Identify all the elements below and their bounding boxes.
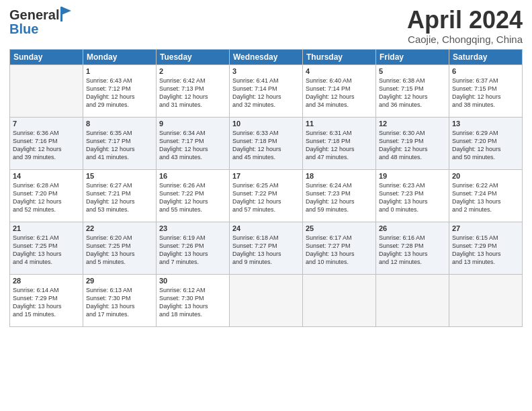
day-number: 17	[232, 172, 300, 180]
day-info: Sunrise: 6:25 AM Sunset: 7:22 PM Dayligh…	[232, 181, 300, 214]
day-info: Sunrise: 6:36 AM Sunset: 7:16 PM Dayligh…	[13, 129, 80, 162]
day-number: 2	[159, 67, 226, 75]
day-number: 9	[159, 120, 226, 128]
col-header-sunday: Sunday	[10, 49, 83, 64]
week-row-1: 1Sunrise: 6:43 AM Sunset: 7:12 PM Daylig…	[10, 64, 523, 117]
day-info: Sunrise: 6:29 AM Sunset: 7:20 PM Dayligh…	[452, 129, 519, 162]
day-info: Sunrise: 6:16 AM Sunset: 7:28 PM Dayligh…	[379, 234, 446, 267]
day-number: 12	[379, 120, 446, 128]
day-info: Sunrise: 6:20 AM Sunset: 7:25 PM Dayligh…	[86, 234, 153, 267]
day-number: 18	[306, 172, 373, 180]
day-info: Sunrise: 6:17 AM Sunset: 7:27 PM Dayligh…	[306, 234, 373, 267]
day-number: 23	[159, 224, 226, 232]
day-number: 25	[306, 224, 373, 232]
col-header-tuesday: Tuesday	[157, 49, 230, 64]
day-cell	[449, 274, 523, 326]
day-number: 11	[306, 120, 373, 128]
day-number: 26	[379, 224, 446, 232]
day-cell: 13Sunrise: 6:29 AM Sunset: 7:20 PM Dayli…	[449, 117, 523, 169]
day-cell: 24Sunrise: 6:18 AM Sunset: 7:27 PM Dayli…	[230, 222, 303, 274]
col-header-friday: Friday	[376, 49, 449, 64]
day-cell: 27Sunrise: 6:15 AM Sunset: 7:29 PM Dayli…	[449, 222, 523, 274]
header-row: SundayMondayTuesdayWednesdayThursdayFrid…	[10, 49, 523, 64]
day-cell: 3Sunrise: 6:41 AM Sunset: 7:14 PM Daylig…	[230, 64, 303, 117]
col-header-wednesday: Wednesday	[230, 49, 303, 64]
day-cell: 11Sunrise: 6:31 AM Sunset: 7:18 PM Dayli…	[303, 117, 376, 169]
day-cell	[230, 274, 303, 326]
title-block: April 2024 Caojie, Chongqing, China	[407, 7, 523, 45]
day-cell: 21Sunrise: 6:21 AM Sunset: 7:25 PM Dayli…	[10, 222, 83, 274]
day-cell: 26Sunrise: 6:16 AM Sunset: 7:28 PM Dayli…	[376, 222, 449, 274]
day-cell: 2Sunrise: 6:42 AM Sunset: 7:13 PM Daylig…	[157, 64, 230, 117]
day-number: 3	[232, 67, 300, 75]
day-number: 5	[379, 67, 446, 75]
day-cell	[376, 274, 449, 326]
week-row-2: 7Sunrise: 6:36 AM Sunset: 7:16 PM Daylig…	[10, 117, 523, 169]
day-cell: 30Sunrise: 6:12 AM Sunset: 7:30 PM Dayli…	[157, 274, 230, 326]
day-number: 22	[86, 224, 153, 232]
day-cell	[10, 64, 83, 117]
day-info: Sunrise: 6:12 AM Sunset: 7:30 PM Dayligh…	[159, 286, 226, 319]
day-cell: 28Sunrise: 6:14 AM Sunset: 7:29 PM Dayli…	[10, 274, 83, 326]
day-cell: 12Sunrise: 6:30 AM Sunset: 7:19 PM Dayli…	[376, 117, 449, 169]
day-number: 6	[452, 67, 519, 75]
day-number: 30	[159, 277, 226, 285]
day-number: 7	[13, 120, 80, 128]
day-number: 16	[159, 172, 226, 180]
day-number: 24	[232, 224, 300, 232]
day-cell: 1Sunrise: 6:43 AM Sunset: 7:12 PM Daylig…	[83, 64, 157, 117]
day-info: Sunrise: 6:37 AM Sunset: 7:15 PM Dayligh…	[452, 77, 519, 109]
day-number: 8	[86, 120, 153, 128]
day-info: Sunrise: 6:23 AM Sunset: 7:23 PM Dayligh…	[379, 181, 446, 214]
month-title: April 2024	[407, 7, 523, 34]
day-number: 21	[13, 224, 80, 232]
col-header-saturday: Saturday	[449, 49, 523, 64]
day-info: Sunrise: 6:42 AM Sunset: 7:13 PM Dayligh…	[159, 77, 226, 109]
week-row-3: 14Sunrise: 6:28 AM Sunset: 7:20 PM Dayli…	[10, 169, 523, 222]
day-info: Sunrise: 6:14 AM Sunset: 7:29 PM Dayligh…	[13, 286, 80, 319]
day-cell: 15Sunrise: 6:27 AM Sunset: 7:21 PM Dayli…	[83, 169, 157, 222]
day-info: Sunrise: 6:33 AM Sunset: 7:18 PM Dayligh…	[232, 129, 300, 162]
day-cell	[303, 274, 376, 326]
day-info: Sunrise: 6:38 AM Sunset: 7:15 PM Dayligh…	[379, 77, 446, 109]
svg-marker-0	[62, 7, 71, 15]
day-info: Sunrise: 6:21 AM Sunset: 7:25 PM Dayligh…	[13, 234, 80, 267]
svg-rect-1	[60, 7, 62, 21]
day-info: Sunrise: 6:35 AM Sunset: 7:17 PM Dayligh…	[86, 129, 153, 162]
day-info: Sunrise: 6:18 AM Sunset: 7:27 PM Dayligh…	[232, 234, 300, 267]
day-info: Sunrise: 6:30 AM Sunset: 7:19 PM Dayligh…	[379, 129, 446, 162]
logo-flag-icon	[60, 7, 73, 21]
day-number: 20	[452, 172, 519, 180]
logo: General Blue	[9, 7, 73, 37]
day-number: 4	[306, 67, 373, 75]
day-info: Sunrise: 6:28 AM Sunset: 7:20 PM Dayligh…	[13, 181, 80, 214]
day-number: 15	[86, 172, 153, 180]
location-subtitle: Caojie, Chongqing, China	[407, 34, 523, 45]
day-cell: 20Sunrise: 6:22 AM Sunset: 7:24 PM Dayli…	[449, 169, 523, 222]
day-info: Sunrise: 6:34 AM Sunset: 7:17 PM Dayligh…	[159, 129, 226, 162]
day-cell: 14Sunrise: 6:28 AM Sunset: 7:20 PM Dayli…	[10, 169, 83, 222]
week-row-4: 21Sunrise: 6:21 AM Sunset: 7:25 PM Dayli…	[10, 222, 523, 274]
day-number: 1	[86, 67, 153, 75]
day-number: 28	[13, 277, 80, 285]
day-cell: 8Sunrise: 6:35 AM Sunset: 7:17 PM Daylig…	[83, 117, 157, 169]
day-cell: 19Sunrise: 6:23 AM Sunset: 7:23 PM Dayli…	[376, 169, 449, 222]
day-cell: 17Sunrise: 6:25 AM Sunset: 7:22 PM Dayli…	[230, 169, 303, 222]
day-cell: 25Sunrise: 6:17 AM Sunset: 7:27 PM Dayli…	[303, 222, 376, 274]
logo-blue: Blue	[9, 21, 73, 37]
calendar-container: General Blue April 2024 Caojie, Chongqin…	[0, 0, 532, 411]
day-info: Sunrise: 6:24 AM Sunset: 7:23 PM Dayligh…	[306, 181, 373, 214]
day-info: Sunrise: 6:19 AM Sunset: 7:26 PM Dayligh…	[159, 234, 226, 267]
day-number: 10	[232, 120, 300, 128]
day-info: Sunrise: 6:26 AM Sunset: 7:22 PM Dayligh…	[159, 181, 226, 214]
day-number: 27	[452, 224, 519, 232]
day-cell: 22Sunrise: 6:20 AM Sunset: 7:25 PM Dayli…	[83, 222, 157, 274]
day-info: Sunrise: 6:41 AM Sunset: 7:14 PM Dayligh…	[232, 77, 300, 109]
day-cell: 16Sunrise: 6:26 AM Sunset: 7:22 PM Dayli…	[157, 169, 230, 222]
day-number: 13	[452, 120, 519, 128]
day-cell: 7Sunrise: 6:36 AM Sunset: 7:16 PM Daylig…	[10, 117, 83, 169]
day-cell: 10Sunrise: 6:33 AM Sunset: 7:18 PM Dayli…	[230, 117, 303, 169]
logo-text: General Blue	[9, 7, 73, 37]
calendar-table: SundayMondayTuesdayWednesdayThursdayFrid…	[9, 49, 523, 327]
day-cell: 9Sunrise: 6:34 AM Sunset: 7:17 PM Daylig…	[157, 117, 230, 169]
